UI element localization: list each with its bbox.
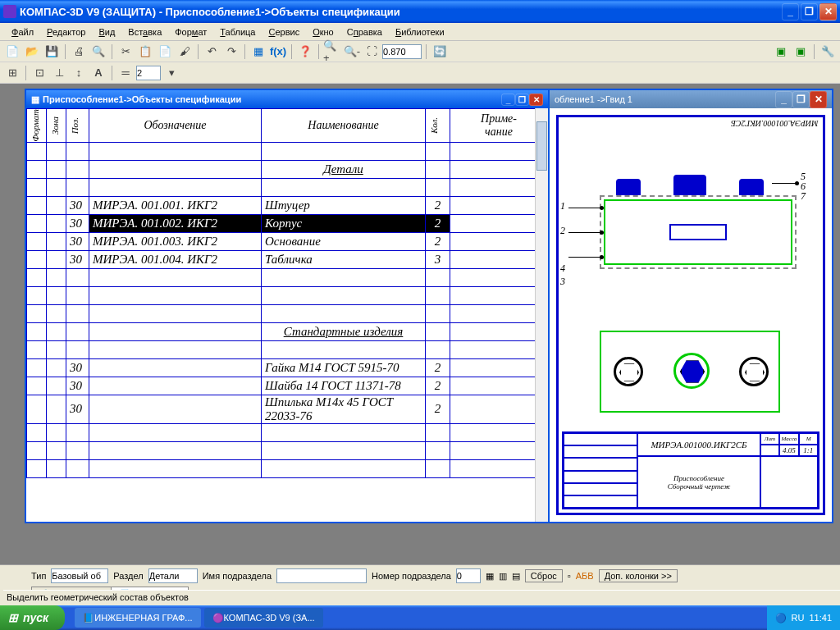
reset-button[interactable]: Сброс [525,569,563,582]
line-style-icon[interactable]: ═ [116,64,135,82]
task-kompas[interactable]: 🟣 КОМПАС-3D V9 (ЗА... [204,608,323,628]
props-icon[interactable]: ▦ [249,43,267,61]
zoom-in-icon[interactable]: 🔍+ [323,43,341,61]
titlebar: КОМПАС-3D V9 (ЗАЩИТА) - Приспособление1-… [0,0,840,23]
menu-libs[interactable]: Библиотеки [389,25,451,39]
tool-a-icon[interactable]: ▣ [772,43,790,61]
panel-icon-2[interactable]: ▥ [499,571,507,582]
menu-file[interactable]: ФФайлайл [5,25,40,39]
spec-window: ▦ Приспособление1->Объекты спецификации … [25,89,550,523]
menu-format[interactable]: Формат [168,25,213,39]
task-word[interactable]: 📘 ИНЖЕНЕРНАЯ ГРАФ... [75,608,200,628]
tool-b-icon[interactable]: ▣ [792,43,810,61]
ortho-icon[interactable]: ⊥ [50,64,68,82]
frame-code-top: МИРЭА.001000.ИКГ2СБ [731,119,818,128]
label-subnum: Номер подраздела [372,571,451,581]
menubar: ФФайлайл Редактор Вид Вставка Формат Таб… [0,23,840,41]
panel-icon-1[interactable]: ▦ [486,571,494,582]
subnum-input[interactable] [456,568,481,583]
table-row[interactable]: 30Шайба 14 ГОСТ 11371-782 [27,377,548,395]
redo-icon[interactable]: ↷ [222,43,240,61]
drawing-canvas[interactable]: МИРЭА.001000.ИКГ2СБ 1 2 4 3 5 6 7 [550,108,832,522]
spec-min[interactable]: _ [501,94,515,106]
snap-icon[interactable]: ⊞ [3,64,21,82]
spec-max[interactable]: ❐ [515,94,529,106]
table-row[interactable]: 30МИРЭА. 001.004. ИКГ2Табличка3 [27,250,548,268]
subname-input[interactable] [276,568,367,583]
open-icon[interactable]: 📂 [23,43,41,61]
spec-table[interactable]: Формат Зона Поз. Обозначение Наименовани… [26,108,548,478]
fx-icon[interactable]: f(x) [269,43,287,61]
spin-input[interactable] [136,66,161,80]
app-title: КОМПАС-3D V9 (ЗАЩИТА) - Приспособление1-… [20,6,782,18]
stamp-mass: 4.05 [779,445,798,456]
start-button[interactable]: ⊞пуск [0,605,65,630]
col-note: Приме- чание [450,109,548,143]
menu-service[interactable]: Сервис [262,25,306,39]
section-input[interactable] [148,568,198,583]
draw-close[interactable]: ✕ [810,91,827,108]
draw-min[interactable]: _ [775,91,792,108]
zoom-input[interactable] [382,44,422,59]
draw-max[interactable]: ❐ [792,91,810,108]
table-row[interactable]: 30МИРЭА. 001.003. ИКГ2Основание2 [27,232,548,250]
paste-icon[interactable]: 📄 [156,43,174,61]
help-icon[interactable]: ❓ [296,43,314,61]
print-icon[interactable]: 🖨 [70,43,88,61]
section-parts: Детали [262,160,426,178]
taskbar: ⊞пуск 📘 ИНЖЕНЕРНАЯ ГРАФ... 🟣 КОМПАС-3D V… [0,605,840,630]
table-row[interactable]: 30Гайка М14 ГОСТ 5915-702 [27,358,548,377]
system-tray[interactable]: 🔵 RU 11:41 [767,605,840,630]
grid-icon[interactable]: ⊡ [30,64,48,82]
cut-icon[interactable]: ✂ [116,43,135,61]
panel-icon-4[interactable]: ▫ [568,571,571,581]
spec-close[interactable]: ✕ [529,94,543,106]
menu-window[interactable]: Окно [306,25,340,39]
copy-icon[interactable]: 📋 [136,43,154,61]
toolbar-2: ⊞ ⊡ ⊥ ↕ А ═ ▾ [0,62,840,84]
minimize-button[interactable]: _ [782,3,799,21]
panel-icon-5[interactable]: АБВ [576,571,594,581]
brush-icon[interactable]: 🖌 [176,43,194,61]
maximize-button[interactable]: ❐ [801,3,818,21]
menu-table[interactable]: Таблица [213,25,262,39]
tray-lang[interactable]: RU [792,613,805,623]
spec-scrollbar[interactable] [535,108,548,522]
table-row-selected[interactable]: 30МИРЭА. 001.002. ИКГ2Корпус2 [27,214,548,232]
toolbar-1: 📄 📂 💾 🖨 🔍 ✂ 📋 📄 🖌 ↶ ↷ ▦ f(x) ❓ 🔍+ 🔍- ⛶ 🔄… [0,41,840,62]
zoom-out-icon[interactable]: 🔍- [343,43,361,61]
spec-title: Приспособление1->Объекты спецификации [43,94,501,104]
tray-icon[interactable]: 🔵 [775,613,787,623]
text-style-icon[interactable]: А [89,64,107,82]
menu-view[interactable]: Вид [92,25,121,39]
stamp-scale: 1:1 [799,445,818,456]
table-row[interactable]: 30МИРЭА. 001.001. ИКГ2Штуцер2 [27,196,548,214]
stamp-name2: Сборочный чертеж [668,482,731,491]
menu-help[interactable]: Справка [340,25,389,39]
preview-icon[interactable]: 🔍 [89,43,107,61]
label-subname: Имя подраздела [203,571,272,581]
leader-2: 2 [560,225,565,237]
tool-c-icon[interactable]: 🔧 [819,43,837,61]
menu-edit[interactable]: Редактор [40,25,92,39]
menu-insert[interactable]: Вставка [121,25,168,39]
col-zone: Зона [50,116,60,135]
undo-icon[interactable]: ↶ [203,43,221,61]
drawing-window: обление1 ->Гвид 1 _ ❐ ✕ МИРЭА.001000.ИКГ… [548,89,833,523]
col-designation: Обозначение [89,109,262,143]
refresh-icon[interactable]: 🔄 [431,43,449,61]
table-row[interactable]: 30Шпилька М14х 45 ГОСТ 22033-762 [27,395,548,423]
drawing-title: обление1 ->Гвид 1 [555,94,775,104]
section-std: Стандартные изделия [262,322,426,340]
axis-icon[interactable]: ↕ [70,64,88,82]
leader-3: 3 [560,276,565,288]
zoom-fit-icon[interactable]: ⛶ [363,43,381,61]
panel-icon-3[interactable]: ▤ [512,571,520,582]
type-input[interactable] [51,568,108,583]
save-icon[interactable]: 💾 [43,43,61,61]
close-button[interactable]: ✕ [819,3,837,21]
title-block: МИРЭА.001000.ИКГ2СБ Приспособление Сборо… [562,431,819,509]
dropdown-icon[interactable]: ▾ [162,64,180,82]
cols-button[interactable]: Доп. колонки >> [599,569,678,582]
new-icon[interactable]: 📄 [3,43,21,61]
